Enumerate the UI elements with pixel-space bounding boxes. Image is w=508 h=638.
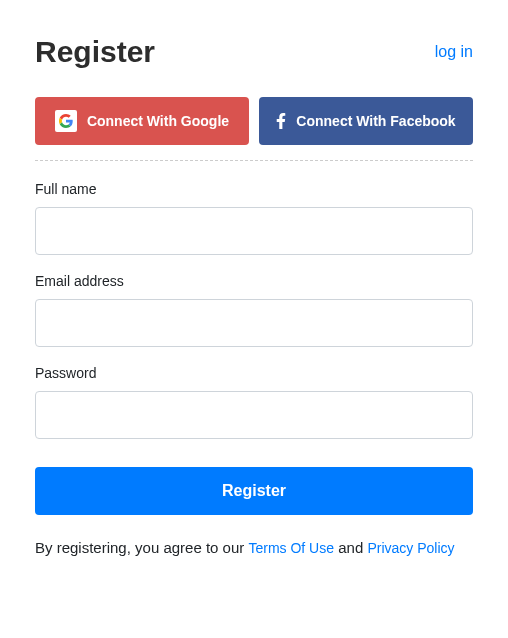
facebook-button-label: Connect With Facebook: [296, 113, 455, 129]
email-input[interactable]: [35, 299, 473, 347]
terms-and: and: [334, 539, 367, 556]
header-row: Register log in: [35, 35, 473, 69]
fullname-input[interactable]: [35, 207, 473, 255]
login-link[interactable]: log in: [435, 43, 473, 61]
google-button-label: Connect With Google: [87, 113, 229, 129]
google-icon: [55, 110, 77, 132]
privacy-policy-link[interactable]: Privacy Policy: [367, 540, 454, 556]
facebook-icon: [276, 112, 286, 130]
password-group: Password: [35, 365, 473, 439]
email-group: Email address: [35, 273, 473, 347]
fullname-group: Full name: [35, 181, 473, 255]
page-title: Register: [35, 35, 155, 69]
social-buttons-row: Connect With Google Connect With Faceboo…: [35, 97, 473, 145]
password-input[interactable]: [35, 391, 473, 439]
register-button[interactable]: Register: [35, 467, 473, 515]
fullname-label: Full name: [35, 181, 473, 197]
terms-text: By registering, you agree to our Terms O…: [35, 539, 473, 556]
email-label: Email address: [35, 273, 473, 289]
terms-of-use-link[interactable]: Terms Of Use: [248, 540, 334, 556]
password-label: Password: [35, 365, 473, 381]
connect-facebook-button[interactable]: Connect With Facebook: [259, 97, 473, 145]
divider: [35, 160, 473, 161]
terms-prefix: By registering, you agree to our: [35, 539, 248, 556]
connect-google-button[interactable]: Connect With Google: [35, 97, 249, 145]
